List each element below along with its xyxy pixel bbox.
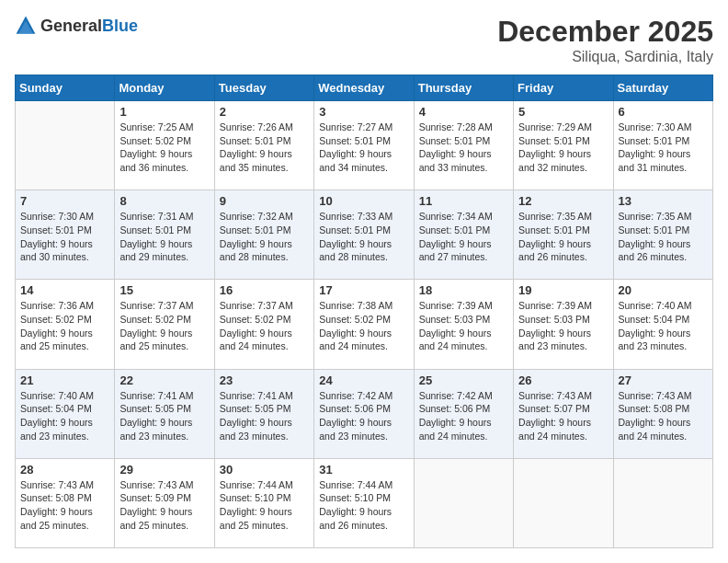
day-number: 28	[20, 463, 109, 477]
day-info: Sunrise: 7:29 AM Sunset: 5:01 PM Dayligh…	[518, 121, 608, 175]
day-number: 12	[518, 194, 608, 208]
day-info: Sunrise: 7:42 AM Sunset: 5:06 PM Dayligh…	[319, 389, 408, 443]
calendar-cell: 29Sunrise: 7:43 AM Sunset: 5:09 PM Dayli…	[115, 458, 214, 547]
calendar-cell: 8Sunrise: 7:31 AM Sunset: 5:01 PM Daylig…	[115, 190, 214, 280]
page-header: GeneralBlue December 2025 Siliqua, Sardi…	[15, 15, 713, 65]
weekday-header: Sunday	[16, 75, 115, 101]
calendar-week-row: 28Sunrise: 7:43 AM Sunset: 5:08 PM Dayli…	[16, 458, 713, 547]
day-number: 30	[220, 463, 309, 477]
calendar-cell: 13Sunrise: 7:35 AM Sunset: 5:01 PM Dayli…	[613, 190, 712, 280]
day-number: 29	[119, 463, 209, 477]
day-number: 22	[119, 373, 209, 387]
day-number: 21	[20, 373, 109, 387]
day-number: 25	[419, 373, 508, 387]
weekday-header: Tuesday	[214, 75, 313, 101]
location: Siliqua, Sardinia, Italy	[497, 49, 713, 65]
day-number: 15	[119, 283, 209, 297]
calendar-week-row: 7Sunrise: 7:30 AM Sunset: 5:01 PM Daylig…	[16, 190, 713, 280]
calendar-cell: 12Sunrise: 7:35 AM Sunset: 5:01 PM Dayli…	[514, 190, 613, 280]
day-info: Sunrise: 7:30 AM Sunset: 5:01 PM Dayligh…	[619, 121, 708, 175]
calendar-cell: 10Sunrise: 7:33 AM Sunset: 5:01 PM Dayli…	[314, 190, 414, 280]
calendar-cell: 14Sunrise: 7:36 AM Sunset: 5:02 PM Dayli…	[16, 280, 115, 369]
day-info: Sunrise: 7:40 AM Sunset: 5:04 PM Dayligh…	[619, 299, 708, 353]
weekday-header: Thursday	[414, 75, 513, 101]
calendar-week-row: 1Sunrise: 7:25 AM Sunset: 5:02 PM Daylig…	[16, 101, 713, 190]
day-number: 26	[518, 373, 608, 387]
weekday-header: Saturday	[613, 75, 712, 101]
calendar-cell: 22Sunrise: 7:41 AM Sunset: 5:05 PM Dayli…	[115, 369, 214, 458]
day-number: 14	[20, 283, 109, 297]
day-number: 18	[419, 283, 508, 297]
logo-icon	[15, 15, 37, 37]
calendar-cell: 19Sunrise: 7:39 AM Sunset: 5:03 PM Dayli…	[514, 280, 613, 369]
day-number: 19	[518, 283, 608, 297]
calendar-week-row: 14Sunrise: 7:36 AM Sunset: 5:02 PM Dayli…	[16, 280, 713, 369]
calendar-cell: 17Sunrise: 7:38 AM Sunset: 5:02 PM Dayli…	[314, 280, 414, 369]
calendar-cell: 26Sunrise: 7:43 AM Sunset: 5:07 PM Dayli…	[514, 369, 613, 458]
calendar-cell: 5Sunrise: 7:29 AM Sunset: 5:01 PM Daylig…	[514, 101, 613, 190]
calendar-cell	[613, 458, 712, 547]
calendar-cell: 20Sunrise: 7:40 AM Sunset: 5:04 PM Dayli…	[613, 280, 712, 369]
calendar-cell: 23Sunrise: 7:41 AM Sunset: 5:05 PM Dayli…	[214, 369, 313, 458]
day-number: 23	[220, 373, 309, 387]
calendar-cell: 9Sunrise: 7:32 AM Sunset: 5:01 PM Daylig…	[214, 190, 313, 280]
day-number: 8	[119, 194, 209, 208]
day-number: 20	[619, 283, 708, 297]
day-info: Sunrise: 7:41 AM Sunset: 5:05 PM Dayligh…	[119, 389, 209, 443]
calendar-cell: 25Sunrise: 7:42 AM Sunset: 5:06 PM Dayli…	[414, 369, 513, 458]
calendar-cell: 7Sunrise: 7:30 AM Sunset: 5:01 PM Daylig…	[16, 190, 115, 280]
day-info: Sunrise: 7:32 AM Sunset: 5:01 PM Dayligh…	[220, 210, 309, 264]
day-number: 31	[319, 463, 408, 477]
day-number: 27	[619, 373, 708, 387]
calendar-cell: 21Sunrise: 7:40 AM Sunset: 5:04 PM Dayli…	[16, 369, 115, 458]
day-info: Sunrise: 7:34 AM Sunset: 5:01 PM Dayligh…	[419, 210, 508, 264]
calendar-cell	[514, 458, 613, 547]
calendar-cell: 3Sunrise: 7:27 AM Sunset: 5:01 PM Daylig…	[314, 101, 414, 190]
calendar-page: GeneralBlue December 2025 Siliqua, Sardi…	[0, 0, 728, 563]
day-number: 17	[319, 283, 408, 297]
day-number: 24	[319, 373, 408, 387]
day-number: 3	[319, 105, 408, 119]
calendar-cell: 18Sunrise: 7:39 AM Sunset: 5:03 PM Dayli…	[414, 280, 513, 369]
day-number: 13	[619, 194, 708, 208]
day-info: Sunrise: 7:39 AM Sunset: 5:03 PM Dayligh…	[518, 299, 608, 353]
calendar-cell	[414, 458, 513, 547]
calendar-cell: 1Sunrise: 7:25 AM Sunset: 5:02 PM Daylig…	[115, 101, 214, 190]
logo-blue: Blue	[102, 17, 138, 35]
calendar-table: SundayMondayTuesdayWednesdayThursdayFrid…	[15, 75, 713, 548]
day-number: 9	[220, 194, 309, 208]
day-info: Sunrise: 7:36 AM Sunset: 5:02 PM Dayligh…	[20, 299, 109, 353]
weekday-header: Wednesday	[314, 75, 414, 101]
title-section: December 2025 Siliqua, Sardinia, Italy	[497, 15, 713, 65]
logo-general: General	[40, 17, 102, 35]
day-number: 16	[220, 283, 309, 297]
calendar-cell: 30Sunrise: 7:44 AM Sunset: 5:10 PM Dayli…	[214, 458, 313, 547]
day-info: Sunrise: 7:28 AM Sunset: 5:01 PM Dayligh…	[419, 121, 508, 175]
calendar-cell: 16Sunrise: 7:37 AM Sunset: 5:02 PM Dayli…	[214, 280, 313, 369]
day-number: 4	[419, 105, 508, 119]
calendar-week-row: 21Sunrise: 7:40 AM Sunset: 5:04 PM Dayli…	[16, 369, 713, 458]
day-number: 10	[319, 194, 408, 208]
day-info: Sunrise: 7:42 AM Sunset: 5:06 PM Dayligh…	[419, 389, 508, 443]
month-title: December 2025	[497, 15, 713, 49]
weekday-header: Monday	[115, 75, 214, 101]
day-info: Sunrise: 7:25 AM Sunset: 5:02 PM Dayligh…	[119, 121, 209, 175]
day-number: 7	[20, 194, 109, 208]
day-info: Sunrise: 7:31 AM Sunset: 5:01 PM Dayligh…	[119, 210, 209, 264]
day-info: Sunrise: 7:43 AM Sunset: 5:09 PM Dayligh…	[119, 478, 209, 533]
day-info: Sunrise: 7:26 AM Sunset: 5:01 PM Dayligh…	[220, 121, 309, 175]
calendar-cell: 27Sunrise: 7:43 AM Sunset: 5:08 PM Dayli…	[613, 369, 712, 458]
calendar-cell	[16, 101, 115, 190]
day-info: Sunrise: 7:43 AM Sunset: 5:08 PM Dayligh…	[619, 389, 708, 443]
day-info: Sunrise: 7:37 AM Sunset: 5:02 PM Dayligh…	[119, 299, 209, 353]
calendar-cell: 31Sunrise: 7:44 AM Sunset: 5:10 PM Dayli…	[314, 458, 414, 547]
calendar-cell: 24Sunrise: 7:42 AM Sunset: 5:06 PM Dayli…	[314, 369, 414, 458]
day-info: Sunrise: 7:35 AM Sunset: 5:01 PM Dayligh…	[518, 210, 608, 264]
logo: GeneralBlue	[15, 15, 138, 37]
calendar-cell: 2Sunrise: 7:26 AM Sunset: 5:01 PM Daylig…	[214, 101, 313, 190]
day-info: Sunrise: 7:44 AM Sunset: 5:10 PM Dayligh…	[220, 478, 309, 533]
day-number: 6	[619, 105, 708, 119]
day-info: Sunrise: 7:30 AM Sunset: 5:01 PM Dayligh…	[20, 210, 109, 264]
day-info: Sunrise: 7:41 AM Sunset: 5:05 PM Dayligh…	[220, 389, 309, 443]
weekday-header: Friday	[514, 75, 613, 101]
